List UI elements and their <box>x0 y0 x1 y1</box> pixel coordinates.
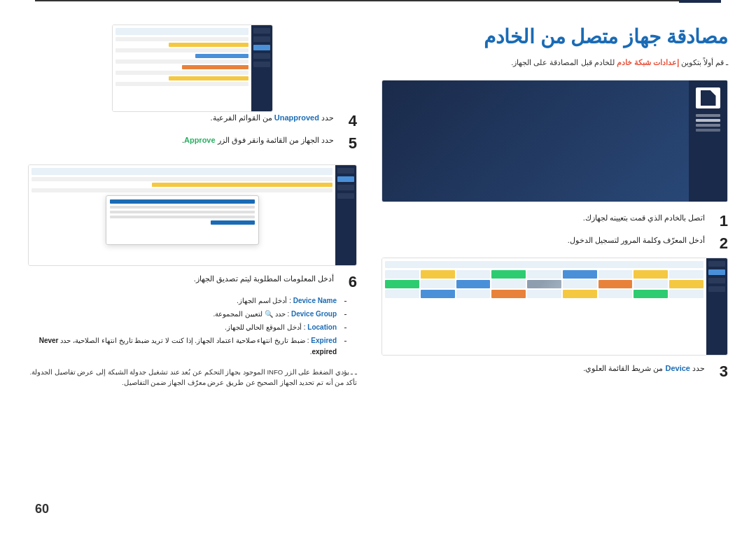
cell-1-3 <box>598 270 633 279</box>
step-5-number: 5 <box>340 134 357 153</box>
cell-2-6 <box>491 280 526 288</box>
step-5-link: Approve <box>184 136 216 144</box>
sidebar-item-5 <box>253 62 270 67</box>
cell-1-4 <box>563 270 597 279</box>
cs-sidebar-1 <box>708 261 725 267</box>
step-3-text: حدد Device من شريط القائمة العلوي. <box>583 363 705 375</box>
sub-desc-4: Expired : ضبط تاريخ انتهاء صلاحية اعتماد… <box>28 335 337 358</box>
cell-3-8 <box>421 290 455 298</box>
sidebar-item-1 <box>253 28 270 34</box>
step-1-text: اتصل بالخادم الذي قمت بتعيينه لجهازك. <box>583 212 705 225</box>
mock-header <box>115 28 248 35</box>
mock-row-7 <box>115 71 248 75</box>
brand-screenshot: A powerful and intuitive content managem… <box>382 80 728 202</box>
cell-2-2 <box>634 280 668 288</box>
expired-label: Expired <box>311 337 337 344</box>
brand-logo <box>701 90 716 106</box>
mock-row-6 <box>182 65 248 69</box>
mock-row-8 <box>169 76 248 80</box>
cs-sidebar-3 <box>708 278 725 283</box>
brand-sidebar <box>689 80 727 202</box>
device-name-label: Device Name <box>293 297 337 304</box>
sub-dash-2: ـ <box>340 309 346 316</box>
brand-menu-4 <box>696 129 720 132</box>
intro-link: إعدادات شبكة خادم <box>617 58 679 66</box>
cell-2-1 <box>669 280 704 288</box>
note-dash: ـ <box>353 368 357 376</box>
cell-2-3 <box>598 280 633 288</box>
left-column: 4 حدد Unapproved من القوائم الفرعية. 5 ح… <box>28 24 357 517</box>
step-4-number: 4 <box>340 112 357 130</box>
sidebar-mid-2 <box>337 176 354 182</box>
cell-1-9 <box>385 270 419 279</box>
step-4-prefix: حدد <box>319 113 334 122</box>
top-screenshot <box>112 24 273 112</box>
step-4-suffix: من القوائم الفرعية. <box>211 113 274 122</box>
brand-menu-3 <box>696 124 720 127</box>
note-text: ـ يؤدي الضغط على الزر INFO الموجود بجهاز… <box>30 368 358 386</box>
step-1-row: 1 اتصل بالخادم الذي قمت بتعيينه لجهازك. <box>382 212 728 230</box>
mock-content-grid <box>382 258 706 355</box>
brand-logo-box <box>696 87 720 108</box>
dialog-field-2 <box>110 211 255 213</box>
cell-2-7 <box>456 280 491 288</box>
sidebar-item-2 <box>253 36 270 42</box>
mid-screenshot <box>28 164 357 266</box>
step-6-number: 6 <box>340 273 357 291</box>
dialog-field-1 <box>110 206 255 209</box>
top-screenshot-container <box>28 24 357 112</box>
cell-3-7 <box>456 290 491 298</box>
accent-bar <box>679 0 721 3</box>
sub-item-device-name: ـ Device Name : أدخل اسم الجهاز. <box>28 295 346 307</box>
cell-2-9 <box>385 280 419 288</box>
mock-row-3 <box>115 48 248 52</box>
cell-3-6 <box>491 290 526 298</box>
page-container: 60 <box>0 0 756 534</box>
cell-3-4 <box>563 290 597 298</box>
mock-sidebar-content <box>706 258 727 355</box>
right-steps-1-2: 1 اتصل بالخادم الذي قمت بتعيينه لجهازك. … <box>382 212 728 258</box>
mid-row-3 <box>31 188 332 192</box>
cell-1-2 <box>634 270 668 279</box>
step-1-number: 1 <box>710 212 728 230</box>
mock-row-4 <box>195 54 248 58</box>
step-2-number: 2 <box>710 234 728 253</box>
mock-row-5 <box>115 59 248 64</box>
cell-2-8 <box>421 280 455 288</box>
grid-row-1 <box>385 270 704 279</box>
cell-2-4 <box>563 280 597 288</box>
mock-sidebar-mid <box>335 165 356 265</box>
mock-ui-mid <box>29 165 356 265</box>
sub-dash-3: ـ <box>340 322 346 330</box>
mock-row-2 <box>169 43 248 47</box>
cell-3-3 <box>598 290 633 298</box>
mock-row-1 <box>115 37 248 41</box>
grid-row-2 <box>385 280 704 288</box>
sidebar-mid-3 <box>337 185 354 190</box>
location-label: Location <box>307 323 337 331</box>
step-4-link: Unapproved <box>274 113 319 122</box>
top-border-line <box>35 0 721 1</box>
mid-row-1 <box>31 177 332 181</box>
step-4-text: حدد Unapproved من القوائم الفرعية. <box>211 112 334 125</box>
mock-content-mid <box>29 165 335 265</box>
sub-desc-3: Location : أدخل الموقع الحالي للجهاز. <box>225 322 337 333</box>
steps-4-5: 4 حدد Unapproved من القوائم الفرعية. 5 ح… <box>28 112 357 157</box>
location-text: : أدخل الموقع الحالي للجهاز. <box>225 323 306 331</box>
brand-menu-1 <box>696 114 720 117</box>
dialog-field-3 <box>110 216 255 218</box>
step-3-suffix: من شريط القائمة العلوي. <box>583 364 665 372</box>
intro-prefix: ـ قم أولاً بتكوين <box>679 58 728 66</box>
sidebar-mid-4 <box>337 193 354 199</box>
cell-2-5 <box>527 280 561 288</box>
mid-header <box>31 168 332 175</box>
mock-ui-content <box>382 258 727 355</box>
step-6-block: 6 أدخل المعلومات المطلوبة ليتم تصديق الج… <box>28 273 357 295</box>
sub-dash-1: ـ <box>340 295 346 303</box>
sidebar-mid-1 <box>337 168 354 174</box>
sub-items-list: ـ Device Name : أدخل اسم الجهاز. ـ Devic… <box>28 295 357 360</box>
sub-item-device-group: ـ Device Group : حدد 🔍 لتعيين المجموعة. <box>28 309 346 320</box>
sub-desc-1: Device Name : أدخل اسم الجهاز. <box>237 295 337 307</box>
sidebar-item-3 <box>253 45 270 50</box>
cell-3-5 <box>527 290 561 298</box>
